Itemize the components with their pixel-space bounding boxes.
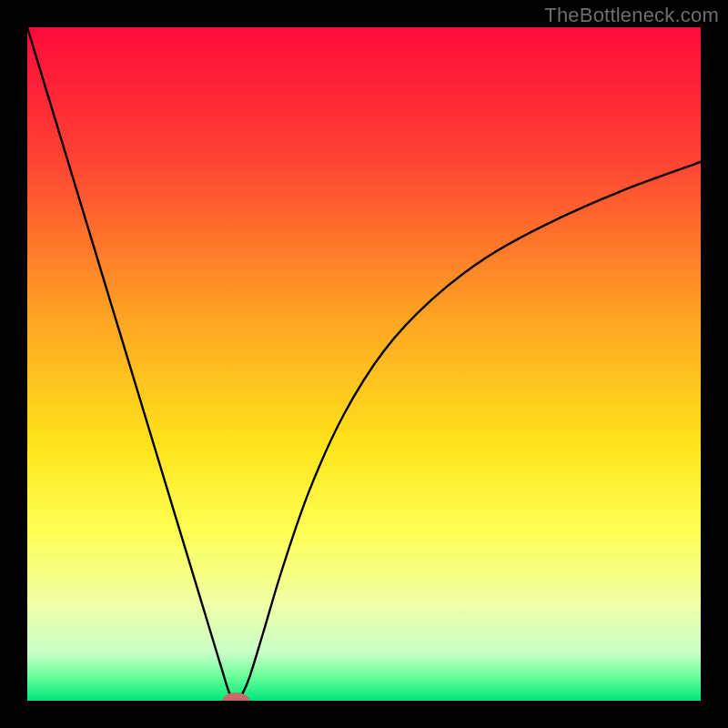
- chart-frame: TheBottleneck.com: [0, 0, 728, 728]
- watermark-text: TheBottleneck.com: [544, 4, 719, 27]
- chart-plot-area: [27, 27, 701, 701]
- chart-svg: [27, 27, 701, 701]
